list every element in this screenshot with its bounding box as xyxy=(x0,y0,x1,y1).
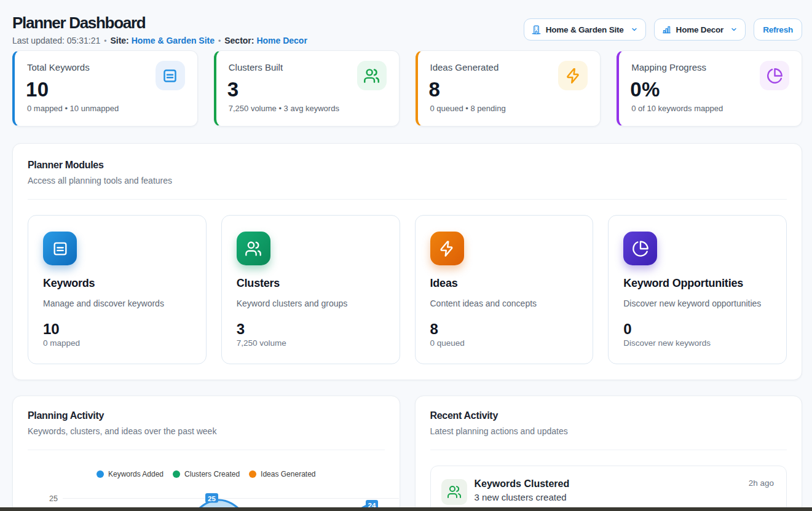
svg-text:25: 25 xyxy=(208,495,216,502)
svg-text:25: 25 xyxy=(49,494,58,503)
